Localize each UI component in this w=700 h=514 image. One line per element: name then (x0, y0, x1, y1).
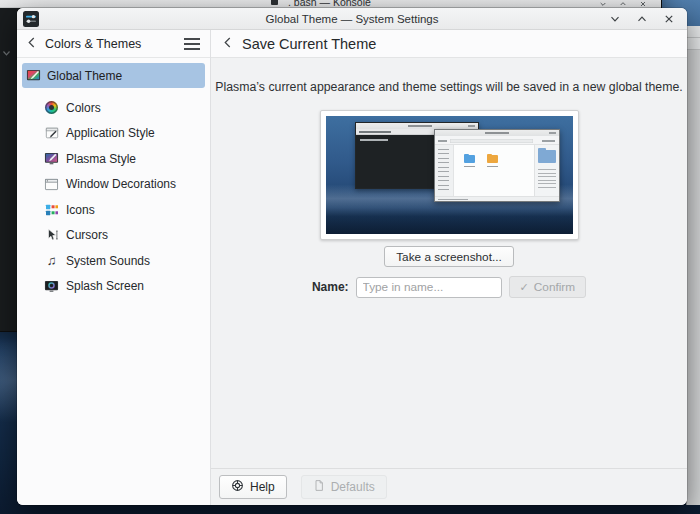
konsole-minimize-icon[interactable] (599, 0, 607, 8)
preview-places-panel (435, 145, 454, 196)
konsole-close-icon[interactable] (639, 0, 647, 8)
system-settings-window: Global Theme — System Settings Colors & … (17, 8, 687, 505)
name-form-row: Name: ✓ Confirm (312, 276, 586, 298)
sidebar-item-splash-screen[interactable]: Splash Screen (22, 274, 205, 300)
confirm-label: Confirm (534, 280, 575, 294)
cursors-icon (44, 228, 59, 243)
sidebar-item-label: Window Decorations (66, 177, 176, 191)
maximize-button[interactable] (636, 13, 648, 25)
konsole-window-title: . bash — Konsole (288, 0, 371, 8)
sidebar-item-label: Icons (66, 203, 95, 217)
window-controls (609, 13, 675, 25)
sidebar-item-icons[interactable]: Icons (22, 197, 205, 223)
plasma-style-icon (44, 151, 59, 166)
preview-filemanager-window (434, 129, 560, 202)
sidebar-item-plasma-style[interactable]: Plasma Style (22, 146, 205, 172)
page-title: Save Current Theme (242, 36, 376, 52)
sidebar-item-cursors[interactable]: Cursors (22, 223, 205, 249)
name-input[interactable] (356, 277, 502, 298)
minimize-button[interactable] (609, 13, 621, 25)
theme-preview-image (320, 110, 579, 240)
splash-screen-icon (44, 279, 59, 294)
blue-folder-icon (464, 155, 475, 163)
background-window-edge[interactable] (686, 26, 700, 505)
sidebar: Colors & Themes Global Theme Colors Appl… (17, 30, 210, 505)
sidebar-item-label: Global Theme (47, 69, 122, 83)
window-title: Global Theme — System Settings (17, 13, 687, 25)
konsole-titlebar[interactable]: . bash — Konsole (0, 0, 661, 8)
sidebar-item-system-sounds[interactable]: ♫ System Sounds (22, 248, 205, 274)
sidebar-item-label: System Sounds (66, 254, 150, 268)
help-icon (231, 479, 244, 495)
sidebar-title: Colors & Themes (45, 37, 175, 51)
check-icon: ✓ (520, 282, 529, 293)
desktop-screenshot-preview (326, 116, 573, 234)
sidebar-item-colors[interactable]: Colors (22, 95, 205, 121)
sidebar-item-label: Splash Screen (66, 279, 144, 293)
orange-folder-icon (487, 155, 498, 163)
konsole-scroll-chevron-icon[interactable] (2, 43, 11, 61)
big-folder-icon (538, 150, 556, 163)
description-text: Plasma’s current appearance and theme se… (215, 80, 682, 94)
main-panel: Save Current Theme Plasma’s current appe… (211, 30, 687, 505)
defaults-label: Defaults (331, 480, 375, 494)
page-content: Plasma’s current appearance and theme se… (211, 58, 687, 468)
close-button[interactable] (663, 13, 675, 25)
name-label: Name: (312, 280, 349, 294)
sidebar-item-global-theme[interactable]: Global Theme (22, 63, 205, 88)
window-decorations-icon (44, 177, 59, 192)
icons-icon (44, 202, 59, 217)
sidebar-header: Colors & Themes (17, 30, 210, 58)
konsole-maximize-icon[interactable] (619, 0, 627, 8)
defaults-button[interactable]: Defaults (301, 475, 387, 499)
sidebar-item-label: Colors (66, 101, 101, 115)
sidebar-item-label: Cursors (66, 228, 108, 242)
sidebar-item-label: Application Style (66, 126, 155, 140)
desktop: . bash — Konsole Global Theme — System S… (0, 0, 700, 514)
page-back-button[interactable] (223, 35, 232, 53)
page-header: Save Current Theme (211, 30, 687, 58)
titlebar[interactable]: Global Theme — System Settings (17, 8, 687, 30)
sidebar-back-button[interactable] (27, 35, 36, 53)
sidebar-item-application-style[interactable]: Application Style (22, 121, 205, 147)
take-screenshot-button[interactable]: Take a screenshot... (384, 246, 514, 267)
sidebar-item-label: Plasma Style (66, 152, 136, 166)
colors-icon (44, 100, 59, 115)
sidebar-item-window-decorations[interactable]: Window Decorations (22, 172, 205, 198)
global-theme-icon (26, 68, 41, 83)
help-label: Help (250, 480, 275, 494)
hamburger-menu-icon[interactable] (184, 38, 200, 50)
preview-info-panel (534, 145, 559, 196)
konsole-window-controls (599, 0, 647, 8)
confirm-button[interactable]: ✓ Confirm (509, 276, 587, 298)
konsole-app-icon (271, 0, 278, 5)
application-style-icon (44, 126, 59, 141)
preview-folder-view (454, 145, 534, 196)
footer-bar: Help Defaults (211, 468, 687, 505)
document-icon (313, 479, 325, 495)
sidebar-list: Global Theme Colors Application Style Pl… (17, 58, 210, 299)
help-button[interactable]: Help (219, 475, 287, 499)
system-sounds-icon: ♫ (44, 253, 59, 268)
